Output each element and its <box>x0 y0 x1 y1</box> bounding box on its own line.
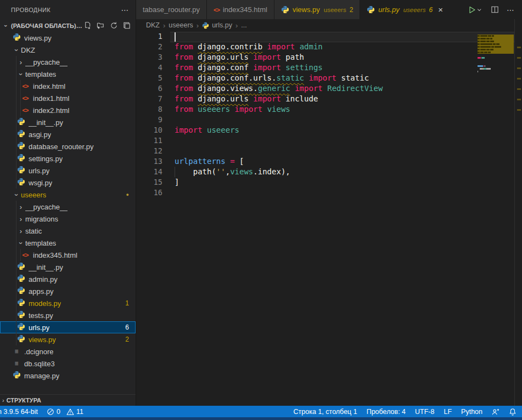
status-encoding[interactable]: UTF-8 <box>415 408 434 416</box>
ruler-warning-mark <box>517 88 521 90</box>
new-file-button[interactable] <box>83 21 92 30</box>
code-token <box>295 42 299 51</box>
code-token: '' <box>216 167 226 176</box>
file-item-wsgi.py[interactable]: wsgi.py <box>0 177 136 189</box>
split-editor-button[interactable] <box>491 5 499 14</box>
breadcrumb-item-urls.py[interactable]: urls.py <box>202 21 232 29</box>
tree-item-label: admin.py <box>29 275 58 283</box>
file-item-asgi.py[interactable]: asgi.py <box>0 128 136 140</box>
python-file-icon <box>16 178 25 188</box>
folder-item-__pycache__[interactable]: ›__pycache__ <box>0 56 136 68</box>
line-content: from django.contrib import admin <box>175 42 323 52</box>
folder-item-DKZ[interactable]: ›DKZ <box>0 44 136 56</box>
overview-ruler[interactable] <box>514 19 522 406</box>
line-content: ] <box>175 177 179 188</box>
file-item-views.py[interactable]: views.py <box>0 32 136 44</box>
file-item-urls.py[interactable]: urls.py <box>0 164 136 177</box>
status-eol[interactable]: LF <box>444 408 452 416</box>
indent-guide <box>16 140 16 152</box>
folder-item-useeers[interactable]: ›useeers● <box>0 189 136 201</box>
tree-item-label: urls.py <box>29 167 49 175</box>
code-token: django.urls <box>198 94 249 103</box>
folder-item-static[interactable]: ›static <box>0 225 136 237</box>
file-item-db.sqlite3[interactable]: ≡db.sqlite3 <box>0 357 136 370</box>
file-item-urls.py[interactable]: urls.py6 <box>0 321 136 333</box>
file-item-views.py[interactable]: views.py2 <box>0 333 136 345</box>
code-area[interactable]: 12from django.contrib import admin3from … <box>136 31 522 406</box>
code-token: from <box>175 42 193 51</box>
run-python-file-button[interactable] <box>468 5 483 14</box>
chevron-down-icon[interactable]: › <box>3 22 9 30</box>
file-item-index.html[interactable]: <>index.html <box>0 80 136 92</box>
breadcrumb-item-useeers[interactable]: useeers <box>169 21 193 29</box>
file-item-__init__.py[interactable]: __init__.py <box>0 116 136 128</box>
tab-tabase_roouter.py[interactable]: tabase_roouter.py <box>136 0 207 19</box>
file-item-__init__.py[interactable]: __init__.py <box>0 261 136 273</box>
python-file-icon <box>16 286 25 296</box>
minimap[interactable] <box>478 32 514 76</box>
tab-views.py[interactable]: views.pyuseeers2 <box>274 0 360 19</box>
tree-item-label: static <box>25 227 42 235</box>
refresh-icon <box>110 21 118 30</box>
file-item-models.py[interactable]: models.py1 <box>0 297 136 309</box>
status-problems[interactable]: 011 <box>47 408 83 416</box>
text-file-icon: ≡ <box>12 348 21 355</box>
chevron-down-small-icon <box>476 7 483 13</box>
file-item-.dcignore[interactable]: ≡.dcignore <box>0 345 136 357</box>
minimap-bar <box>491 46 495 48</box>
folder-item-templates[interactable]: ›templates <box>0 68 136 80</box>
status-python-interpreter[interactable]: n 3.9.5 64-bit <box>0 408 38 416</box>
chevron-right-icon[interactable]: › <box>2 397 4 404</box>
folder-item-migrations[interactable]: ›migrations <box>0 213 136 225</box>
tab-problems-count: 6 <box>429 6 433 14</box>
folder-item-templates[interactable]: ›templates <box>0 237 136 249</box>
breadcrumb-label: ... <box>241 21 246 29</box>
tree-item-label: .dcignore <box>24 348 53 356</box>
outline-section-header[interactable]: › СТРУКТУРА <box>0 394 136 406</box>
line-number: 8 <box>136 104 162 115</box>
file-item-settings.py[interactable]: settings.py <box>0 152 136 164</box>
feedback-button[interactable] <box>492 408 499 416</box>
tab-label: urls.py <box>378 5 399 14</box>
python-file-icon <box>16 129 25 139</box>
code-token: import <box>267 42 295 51</box>
breadcrumb-item-...[interactable]: ... <box>241 21 246 29</box>
file-item-index1.html[interactable]: <>index1.html <box>0 92 136 104</box>
tab-index345.html[interactable]: <>index345.html <box>207 0 274 19</box>
breadcrumb-item-DKZ[interactable]: DKZ <box>146 21 160 29</box>
text-file-icon: ≡ <box>12 360 21 367</box>
python-file-icon <box>16 166 25 175</box>
file-item-tests.py[interactable]: tests.py <box>0 309 136 321</box>
tab-label: tabase_roouter.py <box>143 5 200 14</box>
notifications-bell-button[interactable] <box>509 408 517 416</box>
close-tab-icon[interactable]: × <box>438 5 443 14</box>
file-item-index2.html[interactable]: <>index2.html <box>0 104 136 116</box>
vscode-window: ПРОВОДНИК ⋯ › (РАБОЧАЯ ОБЛАСТЬ) ... view… <box>0 0 522 420</box>
code-token: , <box>226 167 230 176</box>
folder-item-__pycache__[interactable]: ›__pycache__ <box>0 201 136 213</box>
tree-item-label: database_roouter.py <box>29 143 94 151</box>
status-language-mode[interactable]: Python <box>461 408 482 416</box>
file-item-database_roouter.py[interactable]: database_roouter.py <box>0 140 136 152</box>
status-cursor-position[interactable]: Строка 1, столбец 1 <box>294 408 357 416</box>
file-item-apps.py[interactable]: apps.py <box>0 285 136 297</box>
file-item-index345.html[interactable]: <>index345.html <box>0 249 136 261</box>
code-token: static <box>276 73 304 82</box>
tab-urls.py[interactable]: urls.pyuseeers6× <box>360 0 450 19</box>
refresh-explorer-button[interactable] <box>110 21 118 30</box>
file-item-admin.py[interactable]: admin.py <box>0 273 136 285</box>
status-text: n 3.9.5 64-bit <box>0 408 38 416</box>
new-folder-button[interactable] <box>97 21 105 30</box>
workspace-section-header[interactable]: › (РАБОЧАЯ ОБЛАСТЬ) ... <box>0 19 136 32</box>
code-token <box>193 53 198 61</box>
python-file-icon <box>16 298 25 308</box>
file-item-manage.py[interactable]: manage.py <box>0 370 136 382</box>
minimap-bar <box>488 52 491 53</box>
collapse-folders-button[interactable] <box>123 21 131 30</box>
code-token <box>193 73 198 82</box>
status-indentation[interactable]: Пробелов: 4 <box>367 408 406 416</box>
breadcrumb-label: urls.py <box>212 21 232 29</box>
explorer-more-icon[interactable]: ⋯ <box>121 5 129 14</box>
code-token <box>262 105 267 113</box>
editor-more-actions-icon[interactable]: ⋯ <box>507 5 514 14</box>
